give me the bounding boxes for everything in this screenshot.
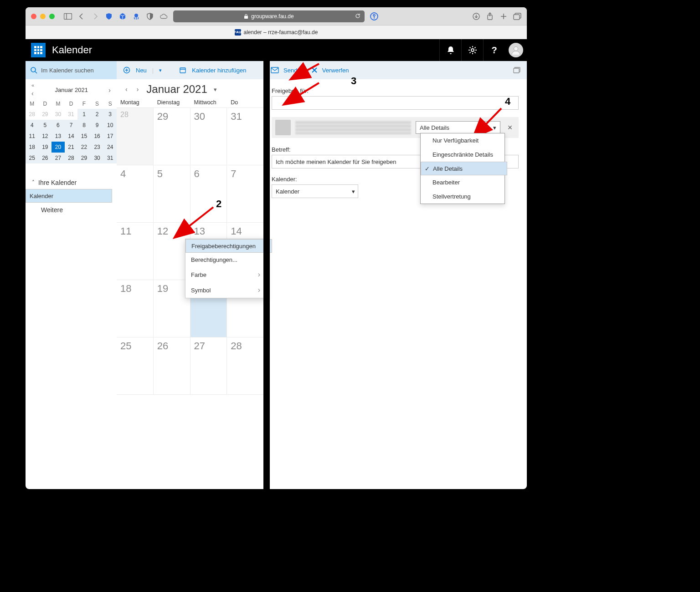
permission-option[interactable]: Eingeschränkte Details: [421, 148, 504, 162]
permission-option[interactable]: Alle Details: [421, 162, 507, 175]
chevron-down-icon[interactable]: ▾: [159, 67, 162, 73]
zoom-window-icon[interactable]: [49, 14, 55, 19]
mini-cal-day[interactable]: 10: [103, 120, 117, 131]
tab-overview-icon[interactable]: [513, 12, 521, 20]
mini-cal-day[interactable]: 28: [26, 109, 39, 120]
mini-cal-day[interactable]: 9: [91, 120, 104, 131]
chevron-down-icon[interactable]: ▾: [214, 86, 217, 93]
privacy-shield-icon[interactable]: [146, 12, 154, 20]
mini-cal-day[interactable]: 26: [39, 153, 52, 163]
icloud-icon[interactable]: [160, 12, 168, 20]
month-cell[interactable]: 30: [190, 108, 227, 165]
month-cell[interactable]: 5: [154, 165, 190, 223]
mini-cal-day[interactable]: 23: [91, 142, 104, 153]
mini-cal-day[interactable]: 28: [65, 153, 78, 163]
mini-cal-day[interactable]: 22: [77, 142, 91, 153]
mini-cal-day[interactable]: 11: [26, 131, 39, 142]
account-button[interactable]: [505, 39, 527, 61]
month-cell[interactable]: 4: [117, 165, 154, 223]
month-cell[interactable]: 31: [227, 108, 264, 165]
month-cell[interactable]: 7: [227, 165, 264, 223]
help-button[interactable]: ?: [483, 39, 505, 61]
reload-icon[interactable]: [355, 13, 361, 20]
extension-octopus-icon[interactable]: [132, 12, 140, 20]
mini-cal-day[interactable]: 5: [39, 120, 52, 131]
mini-cal-day[interactable]: 31: [103, 153, 117, 163]
downloads-icon[interactable]: [472, 12, 480, 20]
mini-cal-day[interactable]: 30: [91, 153, 104, 163]
mini-cal-day[interactable]: 21: [65, 142, 78, 153]
context-menu-item[interactable]: Farbe: [185, 267, 266, 282]
mini-cal-day[interactable]: 29: [39, 109, 52, 120]
mini-cal-day[interactable]: 27: [51, 153, 65, 163]
mini-cal-day[interactable]: 16: [91, 131, 104, 142]
calendar-select[interactable]: Kalender ▾: [272, 184, 358, 198]
send-button[interactable]: Senden: [283, 67, 304, 74]
month-cell[interactable]: 25: [117, 337, 154, 395]
month-prev-icon[interactable]: ‹: [30, 89, 36, 98]
back-icon[interactable]: [77, 12, 86, 20]
url-bar[interactable]: groupware.fau.de: [173, 10, 365, 22]
mini-cal-day[interactable]: 6: [51, 120, 65, 131]
new-tab-icon[interactable]: [499, 12, 508, 20]
mini-cal-day[interactable]: 17: [103, 131, 117, 142]
popout-icon[interactable]: [513, 67, 520, 73]
mini-cal-day[interactable]: 31: [65, 109, 78, 120]
month-cell[interactable]: 28: [227, 337, 264, 395]
year-prev-icon[interactable]: «: [30, 82, 36, 89]
month-next-icon[interactable]: ›: [107, 86, 112, 95]
extension-cube-icon[interactable]: [118, 12, 127, 20]
mini-cal-day[interactable]: 30: [51, 109, 65, 120]
mini-cal-day[interactable]: 15: [77, 131, 91, 142]
mini-cal-day[interactable]: 19: [39, 142, 52, 153]
month-cell[interactable]: 6: [190, 165, 227, 223]
mini-cal-day[interactable]: 25: [26, 153, 39, 163]
mini-calendar[interactable]: MDMDFSS282930311234567891011121314151617…: [26, 99, 117, 163]
mini-cal-day[interactable]: 3: [103, 109, 117, 120]
permission-option[interactable]: Stellvertretung: [421, 189, 504, 204]
add-calendar-button[interactable]: Kalender hinzufügen: [192, 67, 246, 74]
mini-cal-day[interactable]: 1: [77, 109, 91, 120]
share-with-input[interactable]: [272, 96, 519, 110]
context-menu-item[interactable]: Berechtigungen...: [185, 253, 266, 267]
month-cell[interactable]: 28: [117, 108, 154, 165]
month-cell[interactable]: 27: [190, 337, 227, 395]
forward-icon[interactable]: [91, 12, 99, 20]
permission-dropdown[interactable]: Alle Details ▾: [416, 121, 500, 134]
onepassword-icon[interactable]: [370, 12, 378, 20]
sidebar-toggle-icon[interactable]: [64, 12, 72, 20]
minimize-window-icon[interactable]: [40, 14, 46, 19]
extension-shield-icon[interactable]: [105, 12, 113, 20]
context-menu-item[interactable]: Symbol: [185, 282, 266, 298]
mini-cal-day[interactable]: 7: [65, 120, 78, 131]
month-cell[interactable]: 29: [154, 108, 190, 165]
calendar-item-kalender[interactable]: Kalender: [26, 189, 112, 203]
month-cell[interactable]: 11: [117, 223, 154, 280]
mini-cal-day[interactable]: 20: [51, 142, 65, 153]
new-button[interactable]: Neu: [136, 67, 147, 74]
calendar-item-weitere[interactable]: Weitere: [26, 203, 117, 217]
search-bar[interactable]: Im Kalender suchen: [26, 61, 117, 79]
grid-prev-icon[interactable]: ‹: [124, 85, 129, 94]
close-window-icon[interactable]: [31, 14, 36, 19]
mini-cal-day[interactable]: 13: [51, 131, 65, 142]
mini-cal-day[interactable]: 24: [103, 142, 117, 153]
mini-cal-day[interactable]: 29: [77, 153, 91, 163]
month-cell[interactable]: 18: [117, 280, 154, 337]
mini-cal-day[interactable]: 8: [77, 120, 91, 131]
notifications-button[interactable]: [439, 39, 461, 61]
mini-cal-day[interactable]: 12: [39, 131, 52, 142]
permission-option[interactable]: Bearbeiter: [421, 175, 504, 189]
permission-option[interactable]: Nur Verfügbarkeit: [421, 133, 504, 148]
mini-cal-day[interactable]: 2: [91, 109, 104, 120]
grid-next-icon[interactable]: ›: [135, 85, 140, 94]
app-launcher-button[interactable]: [31, 43, 46, 57]
discard-button[interactable]: Verwerfen: [322, 67, 349, 74]
calendar-group[interactable]: ˄ Ihre Kalender: [26, 174, 117, 189]
settings-button[interactable]: [461, 39, 483, 61]
share-icon[interactable]: [486, 12, 494, 20]
mini-cal-day[interactable]: 4: [26, 120, 39, 131]
mini-cal-day[interactable]: 18: [26, 142, 39, 153]
context-menu-item[interactable]: Freigabeberechtigungen: [185, 239, 272, 253]
mini-cal-day[interactable]: 14: [65, 131, 78, 142]
